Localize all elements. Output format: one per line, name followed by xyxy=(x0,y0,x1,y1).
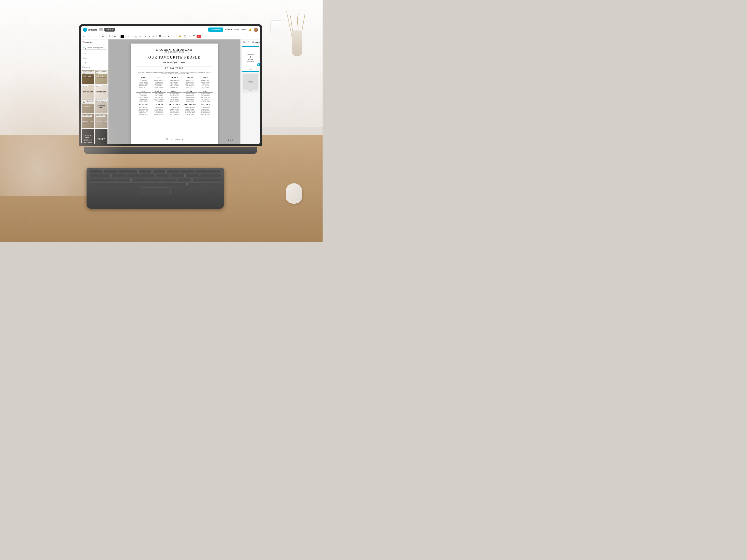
zoom-out-button[interactable]: − xyxy=(170,138,173,141)
italic-button[interactable]: I xyxy=(131,35,133,38)
copy-button[interactable]: 📋 xyxy=(183,35,187,38)
logo: t templett xyxy=(83,28,97,32)
mouse xyxy=(286,183,302,204)
pages-section: JESSICA & SCOTT 01.10.2023 Front + xyxy=(240,45,260,94)
table-fourteen-title: FOURTEEN xyxy=(183,104,197,106)
nav-shop[interactable]: Shop xyxy=(234,28,239,31)
table-four-names: AMY SCOTTLEWIS KINGSOPHIA WARDDAN BAKERG… xyxy=(183,80,197,88)
undo-button[interactable]: ↩ xyxy=(82,35,86,38)
front-page-preview: JESSICA & SCOTT 01.10.2023 xyxy=(243,48,258,68)
zoom-level: 160% xyxy=(174,138,180,140)
template-grid: A1 84.1 x 594.02 mm A1 Photo Welco... A1… xyxy=(81,69,108,144)
table-one-title: ONE xyxy=(136,77,151,79)
align-center-button[interactable]: ≡ xyxy=(148,35,151,38)
list-button[interactable]: ☰ xyxy=(192,35,196,38)
template-size-8: 1080 x 1920 px xyxy=(96,115,105,117)
list-view-button[interactable]: ☰ xyxy=(247,41,250,44)
lock-button[interactable]: 🔒 xyxy=(178,35,182,38)
user-avatar[interactable] xyxy=(254,27,258,32)
divider-4 xyxy=(143,35,143,38)
template-card-8[interactable]: 1080 x 1920 px Electronic Photo... xyxy=(95,114,108,128)
keyboard xyxy=(86,168,224,209)
template-size-6: 24 x 30" Welcome xyxy=(96,100,107,102)
table-two: TWO FRANK MILLERCLARE HUNTNICK WILSONLUC… xyxy=(152,77,166,88)
vase-decoration xyxy=(287,10,307,56)
grid-view-button[interactable]: ⊞ xyxy=(242,41,246,44)
code-button[interactable]: ♫ xyxy=(188,35,191,38)
template-size-3: 36 x 24" xyxy=(82,85,88,87)
text-tool-button[interactable]: T xyxy=(94,35,96,38)
format-toolbar: ↩ ↪ T Didot ⚙ 42.1 B I U S xyxy=(81,33,260,39)
table-ten: TEN HENRY STONEFREYA BANKSARCHIE FORDLIL… xyxy=(198,90,213,102)
template-card-1[interactable]: A1 84.1 x 594.02 mm A1 Photo Welco... xyxy=(81,70,95,84)
image-button[interactable]: 🖼 xyxy=(158,35,162,38)
main-title: OUR FAVOURITE PEOPLE xyxy=(136,55,213,59)
color-picker[interactable] xyxy=(121,35,124,38)
top-toolbar: t templett Save ▾ Downl xyxy=(81,26,260,33)
prev-page-button[interactable]: ‹ xyxy=(225,138,227,142)
zoom-in-button[interactable]: + xyxy=(181,138,184,141)
template-card-10[interactable]: SAVE THEDATE xyxy=(95,129,108,144)
font-size-input[interactable]: 42.1 xyxy=(112,35,120,38)
strikethrough-button[interactable]: S xyxy=(138,35,141,38)
bridal-names: PAUL MORGAN • MICHAEL GARRETT • AMELIA J… xyxy=(136,72,213,75)
template-size-4: 36 x 24" xyxy=(96,85,101,87)
effects-button[interactable]: ★ xyxy=(167,35,170,38)
nav-admin[interactable]: Admin▾ xyxy=(225,28,232,31)
template-card-9[interactable]: JESSICARYAN &LACHLANWILLIAMS xyxy=(81,129,95,144)
hamburger-menu[interactable] xyxy=(99,28,103,31)
page-thumb-front[interactable]: JESSICA & SCOTT 01.10.2023 Front + xyxy=(241,46,259,72)
align-left-button[interactable]: ≡ xyxy=(145,35,148,38)
save-button[interactable]: Save ▾ xyxy=(104,28,115,32)
trackpad[interactable] xyxy=(140,187,171,195)
template-size-1: A1 84.1 x 594.02 mm xyxy=(82,71,94,74)
search-input[interactable] xyxy=(86,47,106,49)
bold-button[interactable]: B xyxy=(127,35,130,38)
sidebar-item-texts[interactable]: T Texts xyxy=(82,52,87,59)
template-card-2[interactable]: A1 84.1 x 594.02 mm A1 Photo Welco... xyxy=(95,70,108,84)
canvas-area[interactable]: LAUREN & MORGAN 25 OCTOBER 2025 OUR FAVO… xyxy=(108,39,240,144)
table-nine: NINE POPPY LANEFINLEY WESTAMELIA SHAWDYL… xyxy=(183,90,197,102)
laptop-screen-inner: t templett Save ▾ Downl xyxy=(81,26,260,144)
font-options-button[interactable]: ⚙ xyxy=(108,35,111,38)
download-button[interactable]: Download xyxy=(208,27,223,32)
search-container: 🔍 xyxy=(82,46,107,50)
align-right-button[interactable]: ≡ xyxy=(152,35,155,38)
template-card-3[interactable]: save the date 36 x 24" xyxy=(81,84,95,99)
delete-button[interactable]: ✕ xyxy=(197,35,201,38)
table-five-names: RYAN CLARKISABEL YOUNGCHRIS HALLMIA ALLE… xyxy=(198,80,213,88)
template-card-4[interactable]: save the date 36 x 24" xyxy=(95,84,108,99)
table-fifteen: FIFTEEN GORDON SILKPATRICIA JOYSTEPHEN R… xyxy=(198,104,213,115)
template-name-7: Electronic Photo... xyxy=(82,121,94,122)
table-eight: EIGHT CHARLIE COXFLORA REEDJOSH HUNTBELL… xyxy=(167,90,182,102)
font-selector[interactable]: Didot xyxy=(100,35,107,38)
sidebar-add-icon[interactable]: + xyxy=(105,41,107,44)
next-page-button[interactable]: › xyxy=(234,138,236,142)
app-container: t templett Save ▾ Downl xyxy=(81,26,260,144)
template-name-4: save the date xyxy=(95,91,108,92)
nav-help[interactable]: Help▾ xyxy=(241,28,247,31)
templates-tab-label[interactable]: Templates xyxy=(82,41,93,43)
template-card-7[interactable]: 1080 x 1920 px Electronic Photo... xyxy=(81,114,95,128)
underline-button[interactable]: U xyxy=(134,35,137,38)
sidebar-item-elements[interactable]: ⬡ Elements xyxy=(82,60,90,68)
settings-button[interactable]: ⚙ xyxy=(251,41,255,44)
table-six-title: SIX xyxy=(136,90,151,92)
template-size-2: A1 84.1 x 594.02 mm xyxy=(96,71,108,74)
crop-button[interactable]: ✂ xyxy=(163,35,166,38)
fit-screen-button[interactable]: ⊡ xyxy=(165,137,169,141)
add-page-button[interactable]: + xyxy=(257,63,260,66)
table-six-names: ELLA MASONLUKE FORDSTELLA MOOREALEX PRIC… xyxy=(136,93,151,102)
notification-icon[interactable]: 🔔 xyxy=(249,28,252,31)
template-card-5[interactable]: A1 84.01 x 594.02 mm A1 Welcome Sig... xyxy=(81,99,95,113)
redo-button[interactable]: ↪ xyxy=(87,35,90,38)
canvas-page: LAUREN & MORGAN 25 OCTOBER 2025 OUR FAVO… xyxy=(131,44,218,144)
template-card-6[interactable]: 24 x 30" Welcome A1 Welcome Sign... xyxy=(95,99,108,113)
table-one-names: JULIA PERRYHARRY SMITHMEGAN JONESBEN CAR… xyxy=(136,80,151,88)
filter-button[interactable]: ◎ xyxy=(171,35,175,38)
tables-row-2: SIX ELLA MASONLUKE FORDSTELLA MOOREALEX … xyxy=(136,90,213,102)
table-three-title: THREE xyxy=(167,77,182,79)
table-six: SIX ELLA MASONLUKE FORDSTELLA MOOREALEX … xyxy=(136,90,151,102)
page-thumb-back[interactable]: JESSICA & SCOTT Back xyxy=(241,73,259,93)
table-twelve-names: JEROME PAGEALICIA HUNTMARCUS KINGTRACY F… xyxy=(152,107,166,115)
